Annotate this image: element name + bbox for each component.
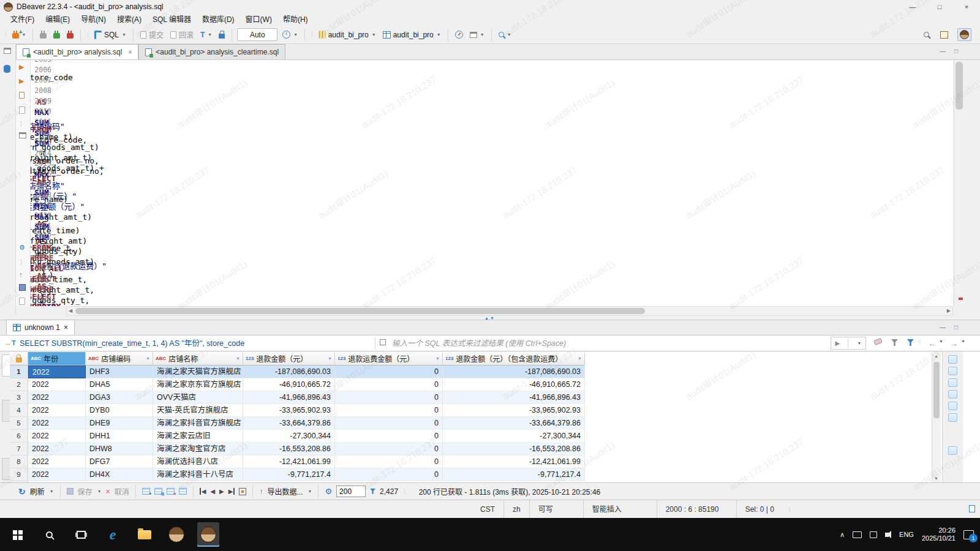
scrollbar-thumb[interactable]: [956, 62, 963, 110]
compare-button[interactable]: ▼: [468, 31, 486, 39]
grid-cell[interactable]: DGA3: [86, 391, 153, 404]
column-menu-icon[interactable]: ▼: [146, 356, 150, 361]
transaction-mode-button[interactable]: ▼: [281, 29, 300, 40]
grid-cell[interactable]: -27,300,344: [443, 430, 585, 443]
scrollbar-thumb[interactable]: [75, 308, 645, 314]
close-icon[interactable]: ×: [953, 0, 980, 13]
grid-cell[interactable]: 2022: [28, 443, 86, 455]
grid-cell[interactable]: -16,553,208.86: [443, 443, 585, 455]
taskbar-search-icon[interactable]: [38, 522, 60, 547]
minimize-panel-icon[interactable]: —: [940, 48, 946, 54]
commit-button[interactable]: 提交: [138, 28, 165, 41]
editor-vertical-scrollbar[interactable]: [954, 60, 964, 306]
code-area[interactable]: 2005 store_code AS "店铺编码",2006 MAX(store…: [31, 60, 953, 306]
sql-editor-button[interactable]: SQL▼: [92, 29, 128, 40]
sql-editor[interactable]: ▶ ▶ ⁞ ⚙ ⁞ ↑ 2005 store_code AS "店铺编码",20…: [16, 60, 953, 306]
disconnect-button[interactable]: [65, 29, 75, 40]
grid-cell[interactable]: -27,300,344: [243, 430, 335, 443]
grid-cell[interactable]: DH4X: [86, 468, 153, 481]
edge-icon[interactable]: e: [102, 522, 124, 547]
fetch-size-input[interactable]: [336, 485, 366, 497]
grid-cell[interactable]: -9,771,217.4: [243, 468, 335, 481]
grid-cell[interactable]: 天猫-英氏官方旗舰店: [153, 404, 243, 417]
open-perspective-button[interactable]: [938, 30, 950, 40]
maximize-results-icon[interactable]: □: [954, 324, 958, 331]
remove-filter-icon[interactable]: [891, 339, 898, 346]
dashboard-button[interactable]: [453, 29, 465, 40]
back-history-icon[interactable]: ▼: [939, 339, 943, 343]
column-header[interactable]: ABC店铺名称▼: [153, 352, 243, 365]
task-view-icon[interactable]: [70, 522, 92, 547]
grid-cell[interactable]: 2022: [28, 365, 86, 378]
notification-center-icon[interactable]: 1: [963, 530, 974, 539]
grid-cell[interactable]: -9,771,217.4: [443, 468, 585, 481]
grid-cell[interactable]: -16,553,208.86: [243, 443, 335, 455]
grid-cell[interactable]: DHW8: [86, 443, 153, 455]
filter-history-icon[interactable]: ▼: [857, 341, 861, 345]
execute-script-icon[interactable]: ▶: [19, 77, 24, 85]
forward-icon[interactable]: →: [951, 339, 958, 348]
minimize-results-icon[interactable]: —: [940, 324, 946, 331]
grid-cell[interactable]: 0: [335, 455, 443, 468]
editor-horizontal-scrollbar[interactable]: ◀ ▶: [66, 306, 953, 316]
grid-cell[interactable]: 0: [335, 430, 443, 443]
menu-item[interactable]: 搜索(A): [111, 13, 147, 26]
editor-tab[interactable]: <audit_bi_pro> analysis_cleartime.sql: [138, 44, 285, 59]
lock-button[interactable]: [217, 29, 227, 40]
rollback-button[interactable]: 回滚: [168, 28, 195, 41]
grid-cell[interactable]: -46,910,665.72: [243, 378, 335, 391]
grid-vertical-scrollbar[interactable]: ▲ ▼: [932, 352, 941, 482]
duplicate-row-icon[interactable]: [154, 488, 162, 495]
reconnect-button[interactable]: [51, 29, 62, 40]
edit-rows-icon[interactable]: [179, 488, 187, 495]
apply-filter-icon[interactable]: ▶: [835, 340, 840, 347]
grid-cell[interactable]: 海澜之家抖音十八号店: [153, 468, 243, 481]
column-menu-icon[interactable]: ▼: [78, 356, 83, 361]
column-header[interactable]: 123退款金额（元）▼: [243, 352, 335, 365]
save-file-icon[interactable]: [19, 284, 26, 291]
grid-cell[interactable]: DHF3: [86, 365, 153, 378]
schema-select[interactable]: audit_bi_pro▼: [381, 29, 443, 40]
menu-item[interactable]: 文件(F): [5, 13, 40, 26]
last-row-icon[interactable]: ▶: [228, 488, 235, 495]
start-button[interactable]: [6, 522, 28, 547]
row-number[interactable]: 8: [10, 455, 28, 468]
grid-cell[interactable]: -33,965,902.93: [243, 404, 335, 417]
grid-cell[interactable]: 海澜之家抖音官方旗舰店: [153, 417, 243, 430]
grid-cell[interactable]: -12,421,061.99: [243, 455, 335, 468]
explain-plan-icon[interactable]: [19, 107, 25, 114]
clear-filter-icon[interactable]: [873, 338, 883, 345]
row-number[interactable]: 6: [10, 430, 28, 443]
restore-panel-icon[interactable]: [4, 48, 11, 54]
results-tab[interactable]: unknown 1 ×: [6, 320, 75, 335]
panel-icon[interactable]: [948, 355, 957, 364]
grid-cell[interactable]: 0: [335, 468, 443, 481]
grid-cell[interactable]: -41,966,896.43: [243, 391, 335, 404]
row-number[interactable]: 4: [10, 404, 28, 417]
display-icon[interactable]: [853, 531, 862, 538]
grid-cell[interactable]: OVV天猫店: [153, 391, 243, 404]
insert-mode-indicator[interactable]: 智能插入: [583, 500, 657, 519]
tray-expand-icon[interactable]: ∧: [840, 531, 845, 539]
row-header-corner[interactable]: [10, 352, 28, 365]
quick-search-button[interactable]: [922, 31, 931, 39]
execute-statement-icon[interactable]: ▶: [19, 63, 24, 71]
grid-cell[interactable]: -12,421,061.99: [443, 455, 585, 468]
expand-filter-icon[interactable]: [380, 339, 386, 345]
tab-close-icon[interactable]: ×: [64, 323, 68, 332]
grid-cell[interactable]: 0: [335, 365, 443, 378]
grid-cell[interactable]: -187,086,690.03: [443, 365, 585, 378]
menu-item[interactable]: 窗口(W): [240, 13, 277, 26]
autocommit-select[interactable]: Auto: [237, 28, 277, 41]
grid-cell[interactable]: -33,965,902.93: [443, 404, 585, 417]
column-menu-icon[interactable]: ▼: [236, 356, 240, 361]
panel-icon[interactable]: [948, 390, 957, 399]
grid-cell[interactable]: 0: [335, 391, 443, 404]
refresh-icon[interactable]: ↻: [18, 488, 26, 495]
save-button[interactable]: 保存: [78, 486, 92, 497]
grid-cell[interactable]: 海澜之家云店旧: [153, 430, 243, 443]
grid-cell[interactable]: 0: [335, 404, 443, 417]
copy-icon[interactable]: [19, 92, 24, 99]
first-row-icon[interactable]: ◀: [200, 488, 206, 495]
caret-position[interactable]: 2000 : 6 : 85190: [657, 500, 736, 519]
